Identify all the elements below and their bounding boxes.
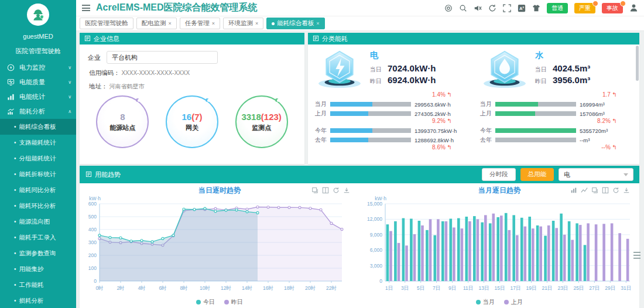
- stat-label: 网关: [186, 124, 198, 132]
- theme-icon[interactable]: [532, 4, 540, 12]
- bar-group: 今年1399370.75kW·h去年1288692.8kW·h: [315, 126, 467, 144]
- chart-legend: 今日昨日: [80, 298, 359, 306]
- linechart-icon[interactable]: [581, 187, 588, 194]
- alarm-badge-严重[interactable]: 严重: [574, 3, 595, 13]
- bar-track: [330, 111, 411, 116]
- value-number: 6924.0kW·h: [388, 75, 436, 85]
- month-change-percent: 9.2% ↰: [315, 118, 467, 125]
- legend-item-今日[interactable]: 今日: [196, 298, 215, 306]
- bar-fill: [330, 111, 368, 116]
- svg-text:23日: 23日: [557, 285, 568, 291]
- sidebar-item-power-quality[interactable]: 电能质量∨: [0, 75, 76, 90]
- stat-circles: 8能源站点16(7)网关3318(123)监测点: [88, 95, 296, 148]
- stat-label: 监测点: [252, 124, 271, 132]
- svg-text:27日: 27日: [589, 285, 600, 291]
- month-change-percent: 8.2% ↰: [480, 118, 632, 125]
- svg-text:kW·h: kW·h: [375, 196, 386, 201]
- sidebar-subitem[interactable]: •损耗分析: [0, 293, 76, 308]
- tiled-icon[interactable]: [322, 187, 329, 194]
- sidebar-subitem[interactable]: •能耗折标统计: [0, 166, 76, 182]
- bar-value: 169994m³: [576, 101, 632, 108]
- tab-label: 环境监测: [228, 19, 253, 28]
- sidebar-item-energy-stats[interactable]: 电能统计∨: [0, 90, 76, 104]
- stack-icon[interactable]: [591, 187, 598, 194]
- alarm-badge-事故[interactable]: 事故: [602, 3, 623, 13]
- chevron-down-icon: ∨: [68, 80, 71, 85]
- tab-配电监测[interactable]: 配电监测×: [136, 18, 177, 29]
- restore-icon[interactable]: [612, 187, 619, 194]
- sidebar-subitem[interactable]: •能耗环比分析: [0, 198, 76, 214]
- sidebar-subitem[interactable]: •能耗手工录入: [0, 230, 76, 245]
- svg-text:25日: 25日: [573, 285, 584, 291]
- alarm-badge-普通[interactable]: 普通: [547, 3, 568, 13]
- download-icon[interactable]: [343, 187, 350, 194]
- stat-number: 3318: [241, 112, 261, 122]
- panel-scrollbar[interactable]: [636, 46, 639, 81]
- sidebar-subitem-label: 用能集抄: [19, 265, 44, 273]
- close-icon[interactable]: ×: [316, 20, 319, 26]
- tab-label: 医院管理驾驶舱: [85, 19, 128, 28]
- sidebar-item-energy-analysis[interactable]: 能耗分析∧: [0, 104, 76, 119]
- legend-item-当月[interactable]: 当月: [476, 298, 495, 306]
- sidebar-subitem[interactable]: •分组能耗统计: [0, 150, 76, 166]
- tab-能耗综合看板[interactable]: 能耗综合看板×: [266, 18, 324, 29]
- tab-任务管理[interactable]: 任务管理×: [180, 18, 220, 29]
- sidebar-subitem[interactable]: •用能集抄: [0, 261, 76, 277]
- energy-type-value: 电: [564, 170, 570, 179]
- stat-number: 16: [181, 112, 191, 122]
- chart-legend: 当月上月: [359, 298, 639, 306]
- svg-text:18时: 18时: [284, 285, 294, 291]
- svg-text:21日: 21日: [542, 285, 552, 291]
- legend-item-上月[interactable]: 上月: [504, 298, 523, 306]
- enterprise-panel-header: 企业信息: [80, 33, 304, 45]
- restore-icon[interactable]: [333, 187, 340, 194]
- sidebar-item-power-monitor[interactable]: 电力监控∨: [0, 60, 76, 75]
- download-icon[interactable]: [623, 187, 630, 194]
- close-icon[interactable]: ×: [255, 20, 258, 26]
- refresh-icon[interactable]: [488, 4, 496, 12]
- svg-text:6时: 6时: [159, 285, 166, 291]
- sidebar-subitem[interactable]: •能源流向图: [0, 214, 76, 230]
- total-energy-button[interactable]: 总用能: [520, 168, 554, 181]
- time-segment-button[interactable]: 分时段: [482, 168, 516, 181]
- translate-icon[interactable]: A²: [518, 4, 526, 12]
- tab-环境监测[interactable]: 环境监测×: [223, 18, 263, 29]
- bullet-icon: •: [14, 124, 16, 130]
- category-电: 电当日7024.0kW·h昨日6924.0kW·h1.4% ↰当月299563.…: [315, 49, 467, 152]
- tab-医院管理驾驶舱[interactable]: 医院管理驾驶舱: [80, 18, 133, 29]
- user-icon[interactable]: [629, 4, 638, 12]
- sidebar-subitem[interactable]: •监测参数查询: [0, 245, 76, 261]
- chart-hourly-trend: 当日逐时趋势0100200300400500600kW·h0时2时4时6时8时1…: [80, 183, 359, 306]
- search-icon[interactable]: [459, 4, 467, 12]
- chart-plot: 0100200300400500600kW·h0时2时4时6时8时10时12时1…: [80, 196, 359, 297]
- energy-type-select[interactable]: 电: [559, 168, 633, 181]
- svg-text:4时: 4时: [138, 285, 145, 291]
- svg-text:12,000: 12,000: [367, 216, 382, 222]
- stack-icon[interactable]: [311, 187, 318, 194]
- bullet-icon: •: [14, 171, 16, 177]
- sidebar-subitem-label: 损耗分析: [19, 297, 44, 305]
- fullscreen-icon[interactable]: [503, 4, 511, 12]
- legend-item-昨日[interactable]: 昨日: [224, 298, 243, 306]
- mute-icon[interactable]: [474, 4, 482, 12]
- menu-toggle-icon[interactable]: [82, 5, 90, 11]
- sidebar-item-home[interactable]: 医院管理驾驶舱: [0, 41, 76, 60]
- barchart-icon[interactable]: [570, 187, 577, 194]
- bar-value: 5355720m³: [576, 128, 632, 134]
- drawer-toggle-icon[interactable]: [633, 252, 640, 259]
- tiled-icon[interactable]: [602, 187, 609, 194]
- legend-label: 今日: [203, 298, 215, 306]
- close-icon[interactable]: ×: [212, 20, 215, 26]
- sidebar-subitem[interactable]: •支路能耗统计: [0, 135, 76, 150]
- svg-text:22时: 22时: [326, 285, 337, 291]
- sidebar-subitem[interactable]: •工作能耗: [0, 277, 76, 293]
- sidebar-subitem[interactable]: •能耗综合看板: [0, 119, 76, 135]
- company-input[interactable]: [107, 51, 218, 64]
- sidebar-subitem[interactable]: •能耗同比分析: [0, 182, 76, 198]
- close-icon[interactable]: ×: [169, 20, 172, 26]
- value-row: 当日4024.5m³: [535, 63, 590, 74]
- category-水: 水当日4024.5m³昨日3956.0m³1.7 ↰当月169994m³上月15…: [480, 49, 632, 152]
- svg-text:A²: A²: [519, 6, 524, 11]
- bar-fill: [495, 111, 535, 116]
- target-icon[interactable]: [444, 4, 453, 12]
